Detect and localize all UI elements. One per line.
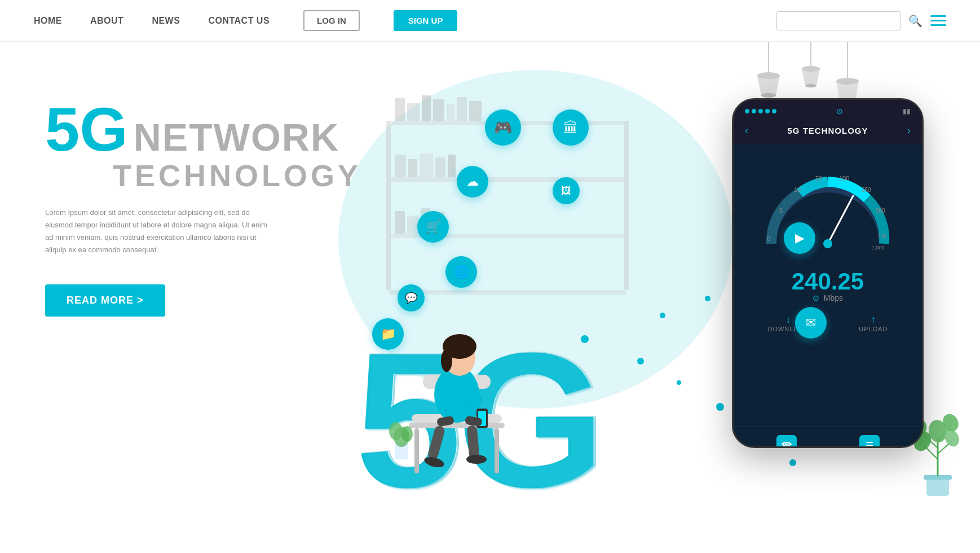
read-more-button[interactable]: READ MORE > — [45, 284, 165, 317]
status-dot-1 — [745, 109, 749, 113]
dot-2 — [660, 313, 665, 318]
phone-icon-2[interactable]: ☰ — [859, 435, 880, 448]
svg-rect-5 — [624, 121, 629, 290]
dot-3 — [637, 358, 644, 365]
nav-news[interactable]: NEWS — [152, 16, 180, 26]
svg-text:250: 250 — [862, 187, 871, 193]
title-5g: 5G — [45, 98, 128, 160]
email-float-icon: ✉ — [795, 307, 827, 339]
nav-links: HOME ABOUT NEWS CONTACT US LOG IN SIGN U… — [34, 10, 776, 31]
svg-rect-37 — [427, 425, 446, 460]
phone-status-bar: ⊙ ▮▮ — [734, 100, 922, 120]
svg-rect-18 — [395, 211, 405, 234]
svg-rect-19 — [407, 216, 418, 234]
svg-text:5: 5 — [779, 207, 783, 214]
svg-rect-38 — [466, 425, 479, 459]
speed-value: 240.25 — [743, 270, 913, 293]
dot-4 — [677, 380, 681, 385]
hero-title: 5G NETWORK TECHNOLOGY — [45, 98, 276, 191]
status-dot-4 — [765, 109, 770, 113]
cart-float-icon: 🛒 — [417, 211, 449, 243]
svg-line-45 — [828, 196, 853, 244]
upload-icon: ↑ — [859, 314, 888, 326]
svg-rect-7 — [407, 103, 420, 121]
phone-screen: 0 5 10 50 100 250 500 700 1,000 240.25 ⊙… — [734, 144, 922, 427]
search-icon[interactable]: 🔍 — [908, 14, 922, 28]
hero-section: 5G NETWORK TECHNOLOGY Lorem Ipsum dolor … — [0, 42, 980, 527]
person-illustration — [378, 290, 536, 493]
hero-description: Lorem Ipsum dolor sit amet, consectetur … — [45, 207, 271, 256]
svg-rect-17 — [448, 155, 456, 177]
svg-rect-11 — [457, 97, 467, 121]
svg-text:10: 10 — [794, 186, 801, 193]
battery-icon: ▮▮ — [903, 107, 911, 115]
svg-rect-8 — [422, 95, 431, 121]
cloud-float-icon: ☁ — [457, 166, 488, 198]
svg-point-61 — [805, 84, 816, 87]
nav-home[interactable]: HOME — [34, 16, 62, 26]
phone-back-button[interactable]: ‹ — [745, 125, 748, 137]
status-dot-5 — [772, 109, 776, 113]
hero-illustration: 5G 5G — [310, 42, 980, 527]
login-button[interactable]: LOG IN — [303, 10, 360, 31]
phone-forward-button[interactable]: › — [907, 125, 911, 137]
svg-point-57 — [757, 72, 780, 79]
dot-1 — [581, 335, 589, 343]
svg-text:50: 50 — [815, 175, 822, 182]
svg-point-31 — [441, 349, 452, 372]
title-technology: TECHNOLOGY — [113, 160, 276, 191]
video-float-icon: ▶ — [784, 222, 815, 254]
phone-bottom-bar: ☎ ☰ — [734, 427, 922, 448]
svg-point-43 — [389, 422, 403, 440]
svg-rect-9 — [433, 99, 444, 121]
nav-contact[interactable]: CONTACT US — [208, 16, 270, 26]
building-float-icon: 🏛 — [553, 109, 589, 146]
speed-unit: ⊙ Mbps — [743, 293, 913, 302]
gamepad-float-icon: 🎮 — [485, 109, 521, 146]
svg-rect-4 — [386, 121, 391, 290]
signup-button[interactable]: SIGN UP — [394, 10, 458, 31]
svg-text:700: 700 — [877, 233, 887, 239]
phone-mockup: ⊙ ▮▮ ‹ 5G TECHNOLOGY › — [732, 98, 924, 448]
dot-6 — [716, 403, 724, 411]
svg-rect-14 — [408, 159, 417, 177]
status-dot-3 — [758, 109, 763, 113]
phone-screen-title: 5G TECHNOLOGY — [787, 126, 868, 135]
folder-float-icon: 📁 — [372, 318, 404, 350]
navbar: HOME ABOUT NEWS CONTACT US LOG IN SIGN U… — [0, 0, 980, 42]
upload-label: UPLOAD — [859, 326, 888, 332]
svg-rect-23 — [409, 423, 505, 428]
svg-rect-16 — [435, 157, 445, 177]
svg-rect-15 — [420, 153, 433, 177]
globe-float-icon: 🌐 — [445, 256, 477, 288]
svg-text:1,000: 1,000 — [872, 245, 885, 251]
upload-item: ↑ UPLOAD — [859, 314, 888, 332]
dot-8 — [789, 459, 796, 466]
svg-text:500: 500 — [876, 208, 885, 214]
svg-point-58 — [761, 93, 776, 98]
svg-point-40 — [466, 455, 487, 464]
wifi-icon: ⊙ — [836, 107, 843, 116]
svg-rect-1 — [389, 177, 626, 182]
svg-rect-6 — [395, 98, 405, 121]
svg-point-60 — [802, 66, 820, 72]
lamp-2 — [800, 42, 822, 100]
svg-rect-24 — [414, 428, 419, 473]
svg-point-46 — [823, 239, 832, 248]
svg-point-63 — [836, 78, 859, 85]
svg-point-44 — [401, 426, 413, 442]
search-input[interactable] — [776, 11, 900, 30]
svg-text:0: 0 — [767, 235, 770, 242]
dot-5 — [705, 296, 710, 301]
hero-left-content: 5G NETWORK TECHNOLOGY Lorem Ipsum dolor … — [0, 42, 310, 527]
phone-icon-1[interactable]: ☎ — [776, 435, 797, 448]
title-network: NETWORK — [134, 118, 339, 156]
download-upload-row: ↓ DOWNLOAD ↑ UPLOAD — [743, 314, 913, 332]
speedometer: 0 5 10 50 100 250 500 700 1,000 — [743, 159, 913, 261]
hamburger-menu-icon[interactable] — [930, 15, 946, 26]
image-float-icon: 🖼 — [553, 177, 580, 204]
svg-rect-12 — [469, 101, 482, 121]
phone-header: ‹ 5G TECHNOLOGY › — [734, 120, 922, 144]
nav-about[interactable]: ABOUT — [90, 16, 123, 26]
svg-text:100: 100 — [839, 175, 849, 182]
